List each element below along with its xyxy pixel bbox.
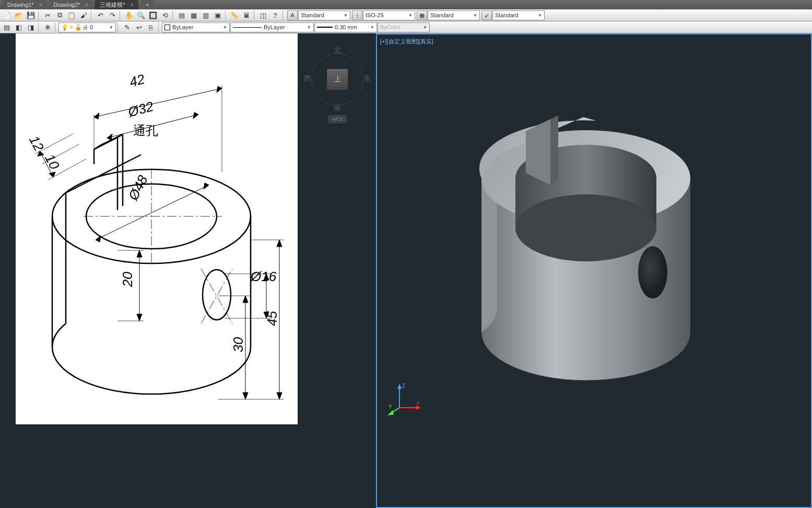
ucs-icon[interactable]: Z x Y	[386, 382, 423, 418]
table-style-icon[interactable]: ▦	[417, 10, 427, 20]
dropdown-value: ByColor	[380, 24, 401, 30]
tab-3d-modeling[interactable]: 三维建模* ×	[95, 0, 138, 9]
svg-point-50	[638, 246, 667, 298]
dropdown-value: Standard	[301, 12, 324, 18]
paste-icon[interactable]: 📋	[66, 10, 77, 20]
text-style-dropdown[interactable]: Standard▼	[298, 10, 350, 20]
mleader-style-icon[interactable]: ↙	[481, 10, 492, 20]
layer-props-icon[interactable]: ▤	[1, 22, 13, 32]
toolbar-row-1: 📄 📂 💾 ✂ ⧉ 📋 🖌 ↶ ↷ ✋ 🔍 🔲 ⟲ ▤ ▦ ▥ ▣ 📏 🖩 ◫ …	[0, 9, 812, 21]
sun-icon: ☀	[69, 24, 74, 31]
chevron-down-icon: ▼	[109, 25, 113, 30]
plotstyle-dropdown[interactable]: ByColor ▼	[378, 22, 430, 32]
new-tab-button[interactable]: +	[140, 0, 154, 9]
line-sample	[233, 27, 262, 28]
layer-iso-icon[interactable]: ◨	[25, 22, 37, 32]
properties-icon[interactable]: ▤	[176, 10, 187, 20]
layer-states-icon[interactable]: ◧	[13, 22, 25, 32]
zoom-prev-icon[interactable]: ⟲	[159, 10, 171, 20]
close-icon[interactable]: ×	[130, 2, 133, 8]
dim-style-dropdown[interactable]: ISO-25▼	[363, 10, 415, 20]
undo-icon[interactable]: ↶	[95, 10, 106, 20]
dim-16: Ø16	[251, 269, 276, 285]
svg-point-49	[515, 194, 656, 261]
dropdown-value: 0	[90, 24, 93, 30]
svg-marker-40	[243, 296, 248, 303]
distance-icon[interactable]: 📏	[229, 10, 240, 20]
dropdown-value: Standard	[430, 12, 454, 18]
right-viewport[interactable]: [+][自定义视图][真实]	[376, 33, 812, 508]
tab-label: Drawing2*	[54, 2, 80, 8]
viewport-label[interactable]: [+][自定义视图][真实]	[380, 38, 433, 45]
layer-dropdown[interactable]: 💡 ☀ 🔓 🖨 0 ▼	[58, 22, 116, 32]
layer-prev-icon[interactable]: ↩	[133, 22, 145, 32]
designcenter-icon[interactable]: ▦	[188, 10, 199, 20]
compass-west[interactable]: 西	[304, 74, 311, 84]
svg-marker-30	[137, 250, 142, 257]
chevron-down-icon: ▼	[370, 25, 374, 30]
close-icon[interactable]: ×	[39, 2, 42, 8]
close-icon[interactable]: ×	[85, 2, 88, 8]
wcs-label: WCS	[332, 117, 343, 122]
svg-marker-17	[107, 134, 112, 140]
compass-east[interactable]: 东	[363, 74, 371, 84]
toolpalette-icon[interactable]: ▥	[200, 10, 211, 20]
dropdown-value: ByLayer	[264, 24, 285, 30]
chevron-down-icon: ▼	[538, 13, 542, 18]
svg-point-6	[203, 270, 231, 320]
workspace: 42 Ø32 通孔 Ø48 12 10 20 Ø16 30 45 上 北 南 西…	[0, 33, 812, 508]
dim-20: 20	[120, 272, 136, 287]
sheet-icon[interactable]: ▣	[212, 10, 223, 20]
drawing-sheet: 42 Ø32 通孔 Ø48 12 10 20 Ø16 30 45	[16, 33, 298, 424]
svg-marker-27	[38, 151, 44, 156]
viewcube-face-label: 上	[334, 75, 341, 84]
line-sample	[317, 27, 333, 28]
zoom-icon[interactable]: 🔍	[135, 10, 147, 20]
text-style-icon[interactable]: A	[287, 10, 298, 20]
redo-icon[interactable]: ↷	[107, 10, 118, 20]
chevron-down-icon: ▼	[408, 13, 413, 18]
left-viewport[interactable]: 42 Ø32 通孔 Ø48 12 10 20 Ø16 30 45 上 北 南 西…	[0, 33, 376, 508]
dim-style-icon[interactable]: ⟊	[352, 10, 362, 20]
mleader-style-dropdown[interactable]: Standard▼	[492, 10, 545, 20]
dropdown-value: 0.30 mm	[335, 24, 357, 30]
svg-marker-21	[204, 183, 209, 189]
cut-icon[interactable]: ✂	[42, 10, 53, 20]
tab-drawing1[interactable]: Drawing1* ×	[2, 0, 48, 9]
linetype-dropdown[interactable]: ByLayer ▼	[230, 22, 314, 32]
dim-30: 30	[230, 337, 246, 352]
svg-marker-44	[277, 240, 282, 247]
svg-line-11	[94, 88, 222, 117]
zoom-window-icon[interactable]: 🔲	[147, 10, 159, 20]
help-icon[interactable]: ?	[269, 10, 281, 20]
pan-icon[interactable]: ✋	[123, 10, 135, 20]
layer-match-icon[interactable]: ⎘	[145, 22, 157, 32]
lock-icon: 🔓	[75, 24, 82, 31]
match-icon[interactable]: 🖌	[78, 10, 89, 20]
tab-drawing2[interactable]: Drawing2* ×	[49, 0, 94, 9]
svg-line-19	[96, 185, 209, 240]
new-icon[interactable]: 📄	[1, 10, 13, 20]
plus-icon: +	[146, 2, 149, 8]
block-icon[interactable]: ◫	[257, 10, 269, 20]
layer-make-icon[interactable]: ✎	[121, 22, 133, 32]
lineweight-dropdown[interactable]: 0.30 mm ▼	[314, 22, 377, 32]
calc-icon[interactable]: 🖩	[241, 10, 252, 20]
compass-north[interactable]: 北	[334, 46, 341, 55]
dropdown-value: ISO-25	[366, 12, 384, 18]
svg-marker-52	[397, 384, 402, 389]
layer-freeze-icon[interactable]: ❄	[42, 22, 53, 32]
table-style-dropdown[interactable]: Standard▼	[428, 10, 480, 20]
viewcube-top-face[interactable]: 上	[327, 69, 348, 90]
dropdown-value: Standard	[495, 12, 519, 18]
svg-marker-12	[94, 113, 99, 119]
dim-45: 45	[264, 311, 280, 326]
save-icon[interactable]: 💾	[25, 10, 37, 20]
color-dropdown[interactable]: ByLayer ▼	[162, 22, 230, 32]
compass-south[interactable]: 南	[334, 103, 341, 113]
tab-label: Drawing1*	[7, 2, 34, 8]
open-icon[interactable]: 📂	[13, 10, 25, 20]
view-cube[interactable]: 上 北 南 西 东 WCS	[301, 39, 374, 133]
copy-icon[interactable]: ⧉	[54, 10, 65, 20]
wcs-indicator[interactable]: WCS	[328, 115, 347, 123]
